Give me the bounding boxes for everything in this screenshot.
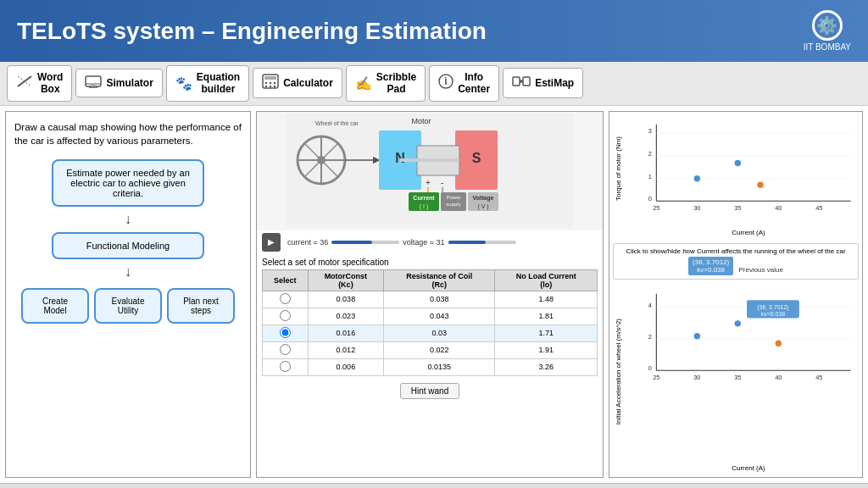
scribble-pad-label: ScribblePad bbox=[376, 71, 416, 96]
svg-point-13 bbox=[274, 86, 275, 87]
calculator-icon bbox=[262, 74, 279, 92]
flow-arrow-1: ↓ bbox=[125, 212, 131, 227]
motor-diagram: Motor Wheel of the car N S bbox=[257, 112, 603, 230]
controls-row: ▶ current = 36 voltage = 31 bbox=[257, 230, 603, 254]
info-box-text: Click to show/hide how Current affects t… bbox=[626, 247, 845, 255]
info-box[interactable]: Click to show/hide how Current affects t… bbox=[613, 243, 859, 280]
svg-text:2: 2 bbox=[648, 150, 652, 158]
svg-text:Wheel of the car: Wheel of the car bbox=[315, 120, 359, 126]
col-lo: No Load Current(lo) bbox=[495, 269, 598, 291]
top-chart-x-label: Current (A) bbox=[642, 229, 855, 236]
svg-point-10 bbox=[274, 82, 275, 84]
bottom-chart-x-label: Current (A) bbox=[642, 464, 855, 472]
svg-rect-16 bbox=[513, 77, 520, 86]
svg-text:4: 4 bbox=[648, 301, 652, 308]
play-button[interactable]: ▶ bbox=[262, 233, 281, 252]
estimap-icon bbox=[512, 74, 531, 92]
flow-row-bottom: CreateModel EvaluateUtility Plan nextste… bbox=[21, 285, 235, 327]
iit-logo: ⚙️ IIT BOMBAY bbox=[804, 10, 851, 52]
svg-point-63 bbox=[694, 175, 700, 181]
svg-text:40: 40 bbox=[775, 374, 782, 381]
toolbar-btn-simulator[interactable]: Simulator bbox=[75, 69, 162, 97]
word-box-icon bbox=[16, 75, 33, 92]
svg-text:3: 3 bbox=[648, 127, 652, 135]
top-chart-svg: 0 1 2 3 25 30 35 40 45 bbox=[638, 119, 855, 220]
radio-row2[interactable] bbox=[280, 310, 291, 321]
svg-rect-7 bbox=[264, 76, 276, 80]
svg-text:(36, 3.7012): (36, 3.7012) bbox=[757, 304, 788, 311]
table-row: 0.0380.0381.48 bbox=[263, 291, 598, 308]
svg-text:S: S bbox=[472, 151, 481, 165]
hint-wand-button[interactable]: Hint wand bbox=[400, 383, 459, 399]
footer: TELoTS 22 bbox=[0, 483, 868, 488]
toolbar-btn-scribble-pad[interactable]: ✍️ ScribblePad bbox=[346, 65, 426, 102]
svg-point-64 bbox=[735, 160, 741, 166]
svg-text:35: 35 bbox=[734, 204, 741, 212]
bottom-chart-y-label: Initial Acceleration of wheel (m/s^2) bbox=[615, 285, 622, 458]
svg-text:supply: supply bbox=[446, 202, 460, 207]
svg-text:Voltage: Voltage bbox=[473, 195, 494, 202]
svg-text:35: 35 bbox=[734, 374, 741, 381]
svg-point-12 bbox=[270, 86, 271, 87]
left-panel: Draw a causal map showing how the perfor… bbox=[5, 111, 251, 478]
svg-point-9 bbox=[270, 82, 271, 84]
svg-text:1: 1 bbox=[648, 172, 652, 180]
svg-text:0: 0 bbox=[648, 364, 652, 372]
toolbar-btn-word-box[interactable]: WordBox bbox=[7, 65, 72, 102]
svg-point-79 bbox=[735, 320, 741, 326]
page-title: TELoTS system – Engineering Estimation bbox=[17, 18, 487, 45]
table-row-selected: 0.0160.031.71 bbox=[263, 324, 598, 341]
motor-spec-table: Select MotorConst(Kc) Resistance of Coil… bbox=[262, 269, 598, 376]
col-rc: Resistance of Coil(Rc) bbox=[384, 269, 495, 291]
svg-text:Current: Current bbox=[413, 195, 435, 201]
info-center-icon: i bbox=[438, 74, 453, 92]
svg-text:25: 25 bbox=[653, 374, 659, 381]
radio-row5[interactable] bbox=[280, 361, 291, 372]
svg-point-81 bbox=[776, 340, 782, 346]
radio-row3[interactable] bbox=[280, 327, 291, 338]
svg-text:-: - bbox=[441, 178, 443, 187]
svg-text:Power: Power bbox=[446, 195, 460, 200]
table-row: 0.0060.01353.26 bbox=[263, 358, 598, 375]
iit-gear-icon: ⚙️ bbox=[812, 10, 843, 41]
toolbar-btn-equation-builder[interactable]: 🐾 Equationbuilder bbox=[166, 65, 249, 102]
svg-text:45: 45 bbox=[815, 374, 822, 381]
svg-text:30: 30 bbox=[693, 204, 700, 212]
flow-arrow-2: ↓ bbox=[125, 264, 131, 280]
radio-row1[interactable] bbox=[280, 293, 291, 304]
previous-value-label: Previous value bbox=[738, 266, 782, 274]
flow-box-create: CreateModel bbox=[21, 288, 89, 324]
toolbar-btn-info-center[interactable]: i InfoCenter bbox=[429, 65, 499, 102]
table-row: 0.0230.0431.81 bbox=[263, 308, 598, 324]
top-chart-y-label: Torque of motor (Nm) bbox=[615, 115, 622, 223]
calculator-label: Calculator bbox=[283, 77, 333, 89]
toolbar-btn-estimap[interactable]: EstiMap bbox=[503, 68, 583, 98]
simulator-label: Simulator bbox=[106, 77, 153, 89]
bottom-chart-svg: 0 2 4 25 30 35 40 45 (36, 3.7012) bbox=[638, 288, 855, 390]
scribble-pad-icon: ✍️ bbox=[355, 75, 372, 92]
svg-text:( I ): ( I ) bbox=[420, 203, 429, 210]
svg-text:Motor: Motor bbox=[411, 117, 431, 125]
iit-label: IIT BOMBAY bbox=[804, 42, 851, 52]
toolbar-btn-calculator[interactable]: Calculator bbox=[253, 68, 342, 98]
col-select: Select bbox=[263, 269, 309, 291]
flow-box-main-text: Estimate power needed by an electric car… bbox=[66, 168, 190, 198]
word-box-label: WordBox bbox=[37, 71, 63, 96]
flow-box-main: Estimate power needed by an electric car… bbox=[52, 159, 204, 207]
highlight-label: (36, 3.7012)kv=0.038 bbox=[688, 257, 733, 275]
svg-text:25: 25 bbox=[653, 204, 659, 212]
svg-text:+: + bbox=[426, 178, 431, 187]
left-panel-description: Draw a causal map showing how the perfor… bbox=[14, 120, 242, 147]
estimap-label: EstiMap bbox=[535, 77, 574, 89]
svg-text:kv=0.038: kv=0.038 bbox=[761, 311, 785, 317]
svg-text:40: 40 bbox=[775, 204, 782, 212]
flow-box-functional-text: Functional Modeling bbox=[86, 241, 170, 251]
svg-text:( V ): ( V ) bbox=[477, 203, 488, 210]
current-eq-label: current = 36 bbox=[287, 238, 328, 247]
radio-row4[interactable] bbox=[280, 344, 291, 355]
svg-text:45: 45 bbox=[815, 204, 822, 212]
table-title: Select a set of motor specification bbox=[262, 258, 598, 267]
table-row: 0.0120.0221.91 bbox=[263, 341, 598, 358]
main-content: Draw a causal map showing how the perfor… bbox=[0, 106, 868, 483]
svg-point-78 bbox=[694, 333, 700, 339]
